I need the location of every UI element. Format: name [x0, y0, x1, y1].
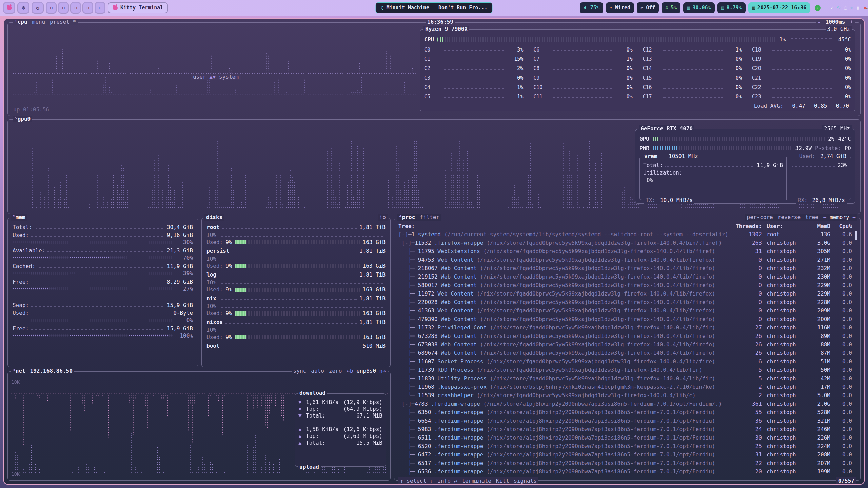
process-row[interactable]: ├─ 6520 .ferdium-wrappe (/nix/store/a1pj… — [398, 442, 858, 450]
network-panel-number: ³ — [12, 368, 16, 374]
launcher-button[interactable]: ▫ — [95, 2, 105, 13]
process-row[interactable]: [-]─11532 .firefox-wrappe (/nix/store/fq… — [398, 239, 858, 247]
process-scrollbar[interactable] — [855, 231, 857, 240]
network-panel-label[interactable]: net — [16, 368, 25, 374]
interval-decrease-button[interactable]: - — [817, 19, 821, 25]
column-tree[interactable]: Tree: — [398, 223, 731, 229]
process-row[interactable]: ├─ 11972 Web Content (/nix/store/fqadd0b… — [398, 289, 858, 298]
process-row[interactable]: ├─ 11968 .keepassxc-prox (/nix/store/bsl… — [398, 383, 858, 391]
net-scale-top: 10K — [11, 379, 20, 385]
process-row[interactable]: ├─ 220028 Web Content (/nix/store/fqadd0… — [398, 298, 858, 306]
launcher-button[interactable]: ▫ — [83, 2, 93, 13]
column-memory[interactable]: MemB — [805, 223, 830, 229]
sort-selector[interactable]: ← memory → — [823, 214, 856, 221]
network-toggle-button[interactable]: sync — [293, 368, 307, 374]
network-toggle-button[interactable]: zero — [329, 368, 342, 374]
cat-logo-button[interactable] — [3, 2, 15, 13]
process-user: christoph — [762, 240, 805, 246]
network-module[interactable]: ⌁ Wired — [606, 2, 634, 13]
core-percent: 0% — [506, 75, 523, 81]
music-widget[interactable]: ♫ Minuit Machine – Don't Run Fro... — [375, 2, 492, 13]
clock-module[interactable]: ▦ 2025-07-22 16:36 — [748, 2, 810, 13]
cpu-usage-module[interactable]: ☘ 5% — [662, 2, 680, 13]
process-row[interactable]: ├─ 11732 Privileged Cont (/nix/store/fqa… — [398, 323, 858, 332]
column-threads[interactable]: Threads: — [731, 223, 762, 229]
process-row[interactable]: ├─ 479390 Web Content (/nix/store/fqadd0… — [398, 315, 858, 323]
download-label: download — [298, 390, 327, 396]
process-row[interactable]: ├─ 6654 .ferdium-wrappe (/nix/store/a1pj… — [398, 416, 858, 425]
process-row[interactable]: ├─ 11839 Utility Process (/nix/store/fqa… — [398, 374, 858, 383]
memory-usage-module[interactable]: ▦ 30.06% — [683, 2, 714, 13]
memory-panel-label[interactable]: mem — [16, 214, 25, 220]
preset-button[interactable]: preset * — [50, 19, 76, 25]
process-row[interactable]: ├─ 6472 .ferdium-wrappe (/nix/store/a1pj… — [398, 450, 858, 459]
network-toggle-button[interactable]: auto — [311, 368, 324, 374]
check-icon[interactable]: ✓ — [815, 5, 821, 11]
process-row[interactable]: ├─ 6511 .ferdium-wrappe (/nix/store/a1pj… — [398, 433, 858, 442]
io-toggle[interactable]: io — [378, 214, 388, 221]
process-row[interactable]: ├─ 689674 Web Content (/nix/store/fqadd0… — [398, 349, 858, 357]
interface-selector[interactable]: ←b enp8s0 n→ — [347, 368, 386, 374]
core-percent: 0% — [725, 65, 742, 72]
process-row[interactable]: ├─ 673288 Web Content (/nix/store/fqadd0… — [398, 332, 858, 340]
memory-stat-label: Swap: — [13, 302, 29, 308]
process-row[interactable]: ├─ 11739 RDD Process (/nix/store/fqadd0b… — [398, 366, 858, 374]
disks-panel-label[interactable]: disks — [206, 214, 222, 221]
disk-usage-module[interactable]: ▤ 8.79% — [717, 2, 746, 13]
interval-increase-button[interactable]: + — [850, 19, 853, 25]
process-row[interactable]: ├─ 11607 Socket Process (/nix/store/fqad… — [398, 357, 858, 366]
gpu-panel-label[interactable]: gpu0 — [18, 116, 31, 122]
net-stat-label: Total: — [306, 440, 326, 446]
process-toggle-button[interactable]: reverse — [778, 214, 801, 221]
vram-used: Used:2,74 GiB — [797, 153, 848, 160]
process-row[interactable]: ├─ 219152 Web Content (/nix/store/fqadd0… — [398, 272, 858, 281]
tray-icon[interactable]: ▢ — [844, 5, 847, 11]
tray-icon[interactable]: ▮ — [856, 5, 859, 11]
process-toggle-button[interactable]: per-core — [747, 214, 773, 221]
process-action-button[interactable]: terminate — [462, 477, 491, 484]
launcher-button[interactable]: ▫ — [58, 2, 68, 13]
volume-module[interactable]: 75% — [580, 2, 603, 13]
column-cpu[interactable]: Cpu% — [830, 223, 852, 229]
reload-button[interactable]: ↻ — [32, 2, 43, 13]
process-action-button[interactable]: ↑ select ↓ — [400, 477, 433, 484]
net-stat-label: 1,58 KiB/s — [306, 426, 338, 432]
toggle-module[interactable]: ✂ Off — [637, 2, 659, 13]
launcher-button[interactable]: ▫ — [46, 2, 56, 13]
kitty-terminal-tab[interactable]: Kitty Terminal — [108, 2, 168, 13]
filter-button[interactable]: filter — [420, 214, 439, 221]
process-row[interactable]: ├─ 11795 WebExtensions (/nix/store/fqadd… — [398, 247, 858, 256]
process-toggle-button[interactable]: tree — [805, 214, 818, 221]
process-row[interactable]: └─ 11539 crashhelper (/nix/store/fqadd0b… — [398, 391, 858, 400]
tray-icon[interactable]: ∿ — [836, 5, 841, 11]
process-row[interactable]: ├─ 6536 .ferdium-wrappe (/nix/store/a1pj… — [398, 467, 858, 476]
core-row: C22 0% — [752, 83, 851, 90]
process-threads: 31 — [731, 451, 762, 458]
process-row[interactable]: ├─ 6350 .ferdium-wrappe (/nix/store/a1pj… — [398, 408, 858, 416]
process-action-button[interactable]: signals — [514, 477, 536, 484]
process-row[interactable]: ├─ 6517 .ferdium-wrappe (/nix/store/a1pj… — [398, 459, 858, 467]
tray-icon[interactable]: ❖ — [850, 5, 853, 11]
process-action-button[interactable]: info ↵ — [437, 477, 457, 484]
core-row: C9 0% — [533, 74, 632, 81]
column-user[interactable]: User: — [762, 223, 805, 229]
process-row[interactable]: [-]─4783 .ferdium-wrappe (/nix/store/a1p… — [398, 400, 858, 408]
process-panel-label[interactable]: proc — [402, 214, 415, 220]
process-action-button[interactable]: Kill — [496, 477, 509, 484]
cpu-panel-label[interactable]: cpu — [18, 19, 27, 25]
process-row[interactable]: ├─ 94753 Web Content (/nix/store/fqadd0b… — [398, 256, 858, 264]
process-row[interactable]: ├─ 5983 .ferdium-wrappe (/nix/store/a1pj… — [398, 425, 858, 433]
process-row[interactable]: ├─ 218067 Web Content (/nix/store/fqadd0… — [398, 264, 858, 272]
vram-title: vram — [643, 153, 659, 160]
launcher-button[interactable]: ▫ — [71, 2, 81, 13]
process-row[interactable]: [-]─1 systemd (/run/current-system/syste… — [398, 230, 858, 239]
process-row[interactable]: ├─ 41363 Web Content (/nix/store/fqadd0b… — [398, 306, 858, 315]
menu-button[interactable]: menu — [32, 19, 45, 25]
load-average-value: 0.85 — [814, 103, 827, 109]
tray-icon[interactable]: ✓ — [830, 5, 833, 11]
process-user: christoph — [762, 341, 805, 348]
launcher-icon: ▫ — [86, 5, 89, 11]
process-row[interactable]: ├─ 580017 Web Content (/nix/store/fqadd0… — [398, 281, 858, 289]
nix-logo-button[interactable]: ❄ — [18, 2, 29, 13]
process-row[interactable]: ├─ 673038 Web Content (/nix/store/fqadd0… — [398, 340, 858, 349]
